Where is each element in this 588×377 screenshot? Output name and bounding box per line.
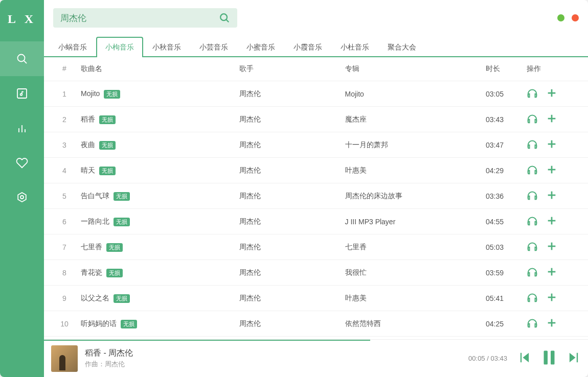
table-row[interactable]: 7七里香无损周杰伦七里香05:03 [44,234,588,260]
listen-button[interactable] [527,138,538,151]
listen-button[interactable] [527,87,538,100]
add-button[interactable] [546,266,557,279]
table-row[interactable]: 4晴天无损周杰伦叶惠美04:29 [44,157,588,183]
table-row[interactable]: 6一路向北无损周杰伦J III MP3 Player04:55 [44,208,588,234]
add-button[interactable] [546,164,557,177]
plus-icon [546,113,557,124]
time-display: 00:05 / 03:43 [468,355,507,362]
prev-button[interactable] [517,350,532,367]
source-tabs: 小蜗音乐小枸音乐小秋音乐小芸音乐小蜜音乐小霞音乐小杜音乐聚合大会 [44,36,588,57]
listen-button[interactable] [527,215,538,228]
quality-badge: 无损 [99,167,116,175]
listen-button[interactable] [527,241,538,253]
row-index: 8 [54,269,75,277]
headphones-icon [527,215,538,226]
album-art[interactable] [51,345,78,372]
window-controls [557,14,579,21]
pause-icon [540,348,558,367]
row-artist: 周杰伦 [239,268,345,277]
table-row[interactable]: 5告白气球无损周杰伦周杰伦的床边故事03:36 [44,183,588,208]
table-row[interactable]: 2稻香无损周杰伦魔杰座03:43 [44,106,588,132]
col-header-album: 专辑 [345,64,486,74]
source-tab-1[interactable]: 小枸音乐 [96,37,143,57]
row-actions [527,113,578,126]
row-actions [527,190,578,202]
row-index: 5 [54,192,75,200]
table-row[interactable]: 1Mojito无损周杰伦Mojito03:05 [44,81,588,106]
search-input[interactable] [60,13,219,23]
add-button[interactable] [546,113,557,126]
source-tab-0[interactable]: 小蜗音乐 [49,37,96,57]
pause-button[interactable] [540,348,558,369]
headphones-icon [527,138,538,150]
settings-icon [16,192,28,204]
nav-playlist[interactable] [0,76,44,111]
col-header-name: 歌曲名 [75,64,239,74]
row-index: 7 [54,243,75,251]
table-row[interactable]: 10听妈妈的话无损周杰伦依然范特西04:25 [44,311,588,336]
plus-icon [546,266,557,277]
search-submit-icon[interactable] [219,12,230,23]
quality-badge: 无损 [114,294,130,303]
source-tab-4[interactable]: 小蜜音乐 [237,37,284,57]
source-tab-7[interactable]: 聚合大会 [378,37,425,57]
source-tab-3[interactable]: 小芸音乐 [190,37,237,57]
row-duration: 03:43 [486,115,527,124]
listen-button[interactable] [527,292,538,304]
row-artist: 周杰伦 [239,319,345,328]
row-duration: 04:29 [486,167,527,175]
plus-icon [546,292,557,303]
svg-point-8 [220,14,227,20]
svg-rect-32 [544,350,548,364]
row-index: 1 [54,90,75,98]
app-logo: L X [8,0,36,41]
add-button[interactable] [546,215,557,228]
track-title: 稻香 - 周杰伦 [85,348,461,359]
add-button[interactable] [546,138,557,151]
row-name: 稻香无损 [75,115,239,124]
minimize-button[interactable] [557,14,564,21]
source-tab-5[interactable]: 小霞音乐 [284,37,331,57]
bars-icon [16,122,28,134]
listen-button[interactable] [527,266,538,279]
listen-button[interactable] [527,317,538,330]
add-button[interactable] [546,87,557,100]
plus-icon [546,87,557,99]
listen-button[interactable] [527,113,538,126]
row-album: 七里香 [345,243,486,252]
table-row[interactable]: 3夜曲无损周杰伦十一月的萧邦03:47 [44,132,588,157]
row-name: 晴天无损 [75,166,239,175]
add-button[interactable] [546,292,557,304]
nav-search[interactable] [0,41,44,76]
row-artist: 周杰伦 [239,243,345,252]
quality-badge: 无损 [114,218,130,226]
progress-bar[interactable] [44,340,370,341]
source-tab-2[interactable]: 小秋音乐 [143,37,190,57]
nav-favorites[interactable] [0,146,44,180]
table-row[interactable]: 8青花瓷无损周杰伦我很忙03:59 [44,260,588,285]
col-header-index: # [54,64,75,74]
listen-button[interactable] [527,164,538,177]
row-actions [527,138,578,151]
close-button[interactable] [572,14,579,21]
plus-icon [546,317,557,328]
source-tab-6[interactable]: 小杜音乐 [331,37,378,57]
row-actions [527,164,578,177]
next-button[interactable] [567,350,581,367]
nav-charts[interactable] [0,111,44,146]
add-button[interactable] [546,317,557,330]
svg-point-0 [18,55,25,62]
listen-button[interactable] [527,190,538,202]
add-button[interactable] [546,190,557,202]
add-button[interactable] [546,241,557,253]
table-header: # 歌曲名 歌手 专辑 时长 操作 [44,57,588,81]
plus-icon [546,241,557,252]
row-index: 3 [54,141,75,149]
table-row[interactable]: 9以父之名无损周杰伦叶惠美05:41 [44,285,588,311]
row-album: Mojito [345,90,486,98]
nav-settings[interactable] [0,180,44,215]
row-name: Mojito无损 [75,89,239,99]
headphones-icon [527,87,538,99]
row-actions [527,241,578,253]
app-window: L X 小蜗音乐小枸音乐小秋音乐小芸音乐小蜜音乐小霞音乐小 [0,0,588,377]
